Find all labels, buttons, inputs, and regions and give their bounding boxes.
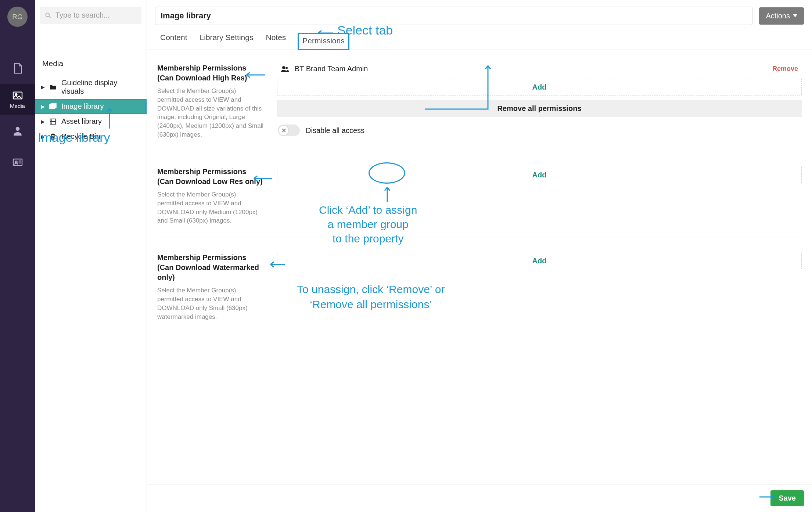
person-icon [12, 125, 24, 137]
remove-link[interactable]: Remove [772, 65, 798, 73]
svg-point-2 [15, 127, 19, 131]
main-panel: Actions Content Library Settings Notes P… [147, 0, 812, 512]
add-button[interactable]: Add [277, 253, 802, 269]
chevron-down-icon [793, 14, 797, 17]
caret-icon: ▶ [41, 119, 44, 125]
search-icon [44, 12, 52, 19]
tab-library-settings[interactable]: Library Settings [199, 33, 254, 50]
file-icon [12, 62, 24, 74]
avatar[interactable]: RG [7, 7, 28, 27]
perm-desc: Select the Member Group(s) permitted acc… [157, 87, 264, 139]
section-title: Media [35, 59, 147, 75]
svg-rect-3 [13, 159, 22, 165]
disable-label: Disable all access [306, 126, 364, 135]
actions-label: Actions [766, 12, 790, 20]
drive-icon [49, 118, 57, 125]
nav-media[interactable]: Media [0, 84, 35, 115]
tree-item-image-library[interactable]: ▶ Image library [35, 99, 147, 114]
add-button[interactable]: Add [277, 167, 802, 183]
remove-all-button[interactable]: Remove all permissions [277, 100, 802, 117]
tree-item-guideline[interactable]: ▶ Guideline display visuals [35, 75, 147, 99]
tree-item-asset-library[interactable]: ▶ Asset library [35, 114, 147, 129]
perm-block-watermarked: Membership Permissions (Can Download Wat… [157, 253, 802, 333]
tab-permissions[interactable]: Permissions [298, 33, 349, 50]
tabs-bar: Content Library Settings Notes Permissio… [147, 25, 812, 50]
nav-rail: RG Media [0, 0, 35, 512]
id-card-icon [12, 156, 24, 168]
annotation-unassign: To unassign, click ‘Remove’ or ‘Remove a… [297, 282, 445, 312]
svg-point-11 [51, 123, 52, 123]
image-icon [12, 90, 24, 101]
member-name: BT Brand Team Admin [295, 65, 368, 73]
svg-point-4 [15, 161, 17, 163]
search-input[interactable] [40, 7, 141, 24]
tree-item-recycle-bin[interactable]: ▶ Recycle Bin [35, 129, 147, 144]
svg-point-10 [51, 120, 52, 120]
tree-label: Recycle Bin [61, 132, 141, 141]
nav-card[interactable] [0, 146, 35, 177]
perm-block-lowres: Membership Permissions (Can Download Low… [157, 167, 802, 238]
images-icon [49, 103, 57, 110]
perm-title: Membership Permissions (Can Download Wat… [157, 253, 264, 282]
annotation-click-add: Click ‘Add’ to assign a member group to … [319, 203, 417, 246]
trash-icon [49, 133, 57, 140]
perm-title: Membership Permissions (Can Download Hig… [157, 63, 264, 83]
tree-label: Image library [61, 102, 141, 111]
caret-icon: ▶ [41, 84, 44, 90]
tab-notes[interactable]: Notes [265, 33, 287, 50]
close-icon: ✕ [279, 126, 288, 135]
perm-desc: Select the Member Group(s) permitted acc… [157, 190, 264, 225]
tree-sidebar: Media ▶ Guideline display visuals ▶ Imag… [35, 0, 147, 512]
member-row: BT Brand Team Admin Remove [277, 63, 802, 75]
folder-icon [49, 84, 57, 90]
group-icon [281, 65, 290, 73]
svg-point-5 [46, 13, 49, 17]
nav-content[interactable] [0, 53, 35, 84]
actions-button[interactable]: Actions [759, 7, 804, 25]
perm-desc: Select the Member Group(s) permitted acc… [157, 286, 264, 321]
save-button[interactable]: Save [770, 490, 804, 506]
nav-members[interactable] [0, 115, 35, 146]
svg-point-13 [285, 67, 288, 69]
disable-toggle[interactable]: ✕ [278, 125, 300, 136]
tree-label: Guideline display visuals [61, 79, 141, 95]
tree-label: Asset library [61, 117, 141, 126]
tab-content[interactable]: Content [159, 33, 188, 50]
caret-icon: ▶ [41, 104, 44, 109]
perm-title: Membership Permissions (Can Download Low… [157, 167, 264, 187]
caret-icon: ▶ [41, 134, 44, 140]
nav-media-label: Media [10, 103, 25, 109]
svg-rect-7 [51, 103, 56, 108]
title-input[interactable] [155, 7, 752, 25]
add-button[interactable]: Add [277, 79, 802, 95]
perm-block-highres: Membership Permissions (Can Download Hig… [157, 63, 802, 152]
svg-point-12 [282, 66, 285, 69]
